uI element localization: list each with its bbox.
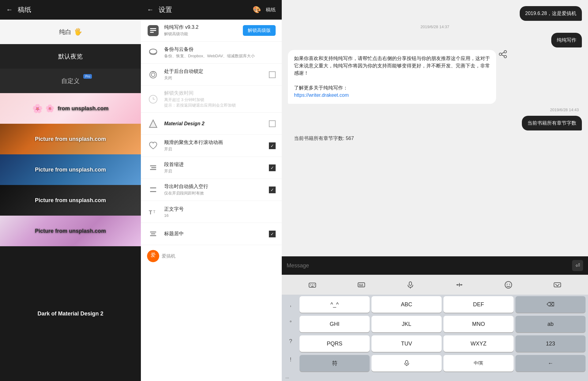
- title-center-title: 标题居中: [164, 231, 264, 237]
- svg-rect-13: [150, 187, 156, 188]
- message-row-4: 当前书籍所有章节字数: [288, 116, 582, 130]
- app-version-title: 纯纯写作 v9.3.2: [164, 24, 238, 31]
- lock-timeout-sub: 离开超过 3 分钟时加锁提示：若按返回键退出应用则会立即加锁: [164, 97, 276, 108]
- svg-rect-34: [359, 285, 363, 286]
- settings-item-material-design[interactable]: Material Design 2: [141, 113, 282, 135]
- key-degree[interactable]: °: [284, 315, 297, 331]
- settings-item-auto-lock[interactable]: 处于后台自动锁定 关闭: [141, 64, 282, 86]
- theme-item-default-night[interactable]: 默认夜览: [0, 44, 141, 69]
- key-wxyz[interactable]: WXYZ: [443, 335, 514, 352]
- theme-item-unsplash1[interactable]: 🌸🌸 from unsplash.com: [0, 93, 141, 124]
- theme-item-unsplash4[interactable]: Picture from unsplash.com: [0, 185, 141, 216]
- svg-rect-31: [359, 284, 360, 285]
- smooth-scroll-checkbox[interactable]: ✓: [269, 142, 276, 149]
- theme-item-custom[interactable]: Pro 自定义: [0, 69, 141, 93]
- palette-icon[interactable]: 🎨: [253, 6, 261, 14]
- key-mno[interactable]: MNO: [443, 316, 514, 332]
- writer-link[interactable]: https://writer.drakeet.com: [294, 92, 349, 98]
- theme-item-unsplash5[interactable]: Picture from unsplash.com: [0, 216, 141, 246]
- settings-item-smooth-scroll[interactable]: 顺滑的聚焦文本行滚动动画 开启 ✓: [141, 135, 282, 157]
- svg-line-24: [502, 55, 504, 56]
- svg-rect-29: [311, 286, 314, 287]
- settings-item-backup[interactable]: 备份与云备份 备份、恢复、Dropbox、WebDAV、缩减数据库大小: [141, 42, 282, 64]
- auto-lock-checkbox[interactable]: [269, 71, 276, 78]
- message-row-1: 2019.6.28，这是爱搞机: [288, 6, 582, 21]
- toolbar-down[interactable]: [551, 278, 564, 292]
- key-lang[interactable]: 中/英: [443, 355, 514, 372]
- theme-item-unsplash2[interactable]: Picture from unsplash.com: [0, 124, 141, 154]
- indent-title: 段首缩进: [164, 161, 264, 168]
- pure-white-emoji: 🖐: [74, 28, 82, 36]
- keyboard-bottom-row: ...: [282, 373, 588, 381]
- toolbar-ime[interactable]: [306, 278, 319, 292]
- svg-rect-17: [150, 232, 156, 232]
- chat-input-bar: ⏎: [282, 256, 588, 275]
- key-pqrs[interactable]: PQRS: [300, 335, 370, 352]
- key-enter[interactable]: ←: [515, 355, 586, 372]
- blank-line-checkbox[interactable]: ✓: [269, 187, 276, 193]
- blank-line-sub: 仅在开启段间距时有效: [164, 190, 264, 196]
- unlock-button[interactable]: 解锁高级版: [243, 25, 276, 36]
- key-tuv[interactable]: TUV: [371, 335, 442, 352]
- toolbar-emoji[interactable]: [502, 278, 515, 292]
- theme-item-unsplash3[interactable]: Picture from unsplash.com: [0, 154, 141, 185]
- message-input[interactable]: [287, 262, 568, 269]
- theme-item-dark-md2[interactable]: Dark of Material Design 2: [0, 246, 141, 381]
- settings-list: 纯纯写作 v9.3.2 解锁高级功能 解锁高级版 备份与云备份 备份、恢复、Dr…: [141, 20, 282, 381]
- svg-point-5: [151, 73, 155, 77]
- font-size-content: 正文字号 16: [164, 206, 276, 218]
- timestamp-1: 2019/6/28 14:37: [288, 25, 582, 29]
- settings-item-font-size[interactable]: TT 正文字号 16: [141, 201, 282, 223]
- key-dots[interactable]: ...: [285, 374, 289, 379]
- backup-content: 备份与云备份 备份、恢复、Dropbox、WebDAV、缩减数据库大小: [164, 46, 276, 59]
- key-def[interactable]: DEF: [443, 296, 514, 313]
- key-abc[interactable]: ABC: [371, 296, 442, 313]
- svg-marker-39: [461, 284, 462, 286]
- svg-point-43: [509, 284, 510, 285]
- settings-item-title-center[interactable]: 标题居中 ✓: [141, 223, 282, 245]
- share-icon-container[interactable]: [499, 50, 507, 58]
- svg-rect-2: [150, 30, 156, 31]
- theme-item-pure-white[interactable]: 纯白 🖐: [0, 20, 141, 44]
- indent-icon: [147, 162, 159, 174]
- back-button[interactable]: ←: [6, 6, 13, 14]
- settings-title: 设置: [159, 5, 248, 14]
- key-symbols[interactable]: 符: [300, 355, 370, 372]
- message-row-3: 如果你喜欢和支持纯纯写作，请帮忙点击右侧的分享按钮与你的朋友推荐这个应用，这对于…: [288, 50, 582, 104]
- message-row-2: 纯纯写作: [288, 33, 582, 47]
- key-123[interactable]: 123: [515, 335, 586, 352]
- toolbar-keyboard[interactable]: [355, 278, 368, 292]
- title-center-checkbox[interactable]: ✓: [269, 231, 276, 237]
- svg-point-22: [499, 53, 502, 55]
- key-backspace[interactable]: ⌫: [515, 296, 586, 313]
- keyboard-left-col: , ° ? !: [282, 295, 297, 373]
- key-caret[interactable]: ^_^: [300, 296, 370, 313]
- toolbar-mic[interactable]: [404, 278, 417, 292]
- svg-point-21: [504, 55, 507, 58]
- key-question[interactable]: ?: [284, 333, 297, 349]
- unsplash3-label: Picture from unsplash.com: [35, 167, 106, 173]
- key-exclamation[interactable]: !: [284, 351, 297, 368]
- font-size-title: 正文字号: [164, 206, 276, 213]
- indent-content: 段首缩进 开启: [164, 161, 264, 174]
- key-jkl[interactable]: JKL: [371, 316, 442, 332]
- send-button[interactable]: ⏎: [572, 260, 583, 271]
- key-mic2[interactable]: [371, 355, 442, 372]
- keyboard-main: , ° ? ! ^_^ ABC DEF ⌫ GHI JKL MNO: [282, 295, 588, 373]
- auto-lock-sub: 关闭: [164, 75, 264, 81]
- svg-point-41: [505, 281, 512, 288]
- blank-line-icon: [147, 184, 159, 196]
- key-comma[interactable]: ,: [284, 296, 297, 313]
- toolbar-cursor[interactable]: [453, 278, 466, 292]
- key-ghi[interactable]: GHI: [300, 316, 370, 332]
- indent-checkbox[interactable]: ✓: [269, 164, 276, 171]
- settings-item-app-version[interactable]: 纯纯写作 v9.3.2 解锁高级功能 解锁高级版: [141, 20, 282, 42]
- svg-text:T: T: [149, 209, 152, 216]
- settings-back-button[interactable]: ←: [147, 6, 154, 14]
- keyboard-toolbar: [282, 275, 588, 295]
- material-design-checkbox[interactable]: [269, 120, 276, 127]
- key-ab[interactable]: ab: [515, 316, 586, 332]
- chat-panel: 2019.6.28，这是爱搞机 2019/6/28 14:37 纯纯写作 如果你…: [282, 0, 588, 381]
- settings-item-blank-line[interactable]: 导出时自动插入空行 仅在开启段间距时有效 ✓: [141, 179, 282, 201]
- settings-item-indent[interactable]: 段首缩进 开启 ✓: [141, 157, 282, 179]
